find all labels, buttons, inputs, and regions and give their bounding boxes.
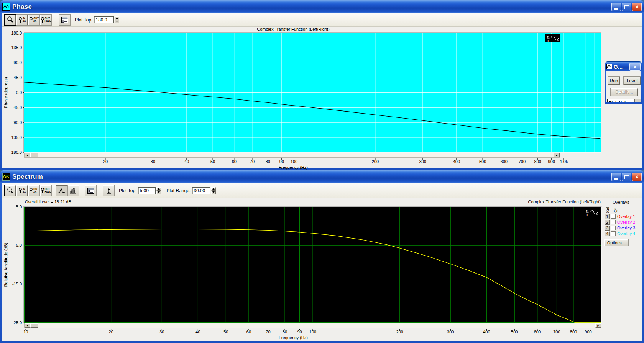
maximize-button[interactable] <box>622 173 631 181</box>
signal-type-dropdown[interactable]: Pink Noise <box>607 99 641 102</box>
overlay-label-2: Overlay 2 <box>617 220 635 224</box>
zoom-button[interactable] <box>5 185 16 196</box>
overlay-on-checkbox-1[interactable] <box>611 214 616 219</box>
line-plot-mode-button[interactable] <box>56 185 67 196</box>
overlays-on-column-label: On <box>614 207 618 212</box>
bar-plot-mode-button[interactable] <box>68 185 79 196</box>
overlay-on-checkbox-2[interactable] <box>611 220 616 224</box>
spectraplus-logo: S T <box>545 34 560 42</box>
spectrum-window: Spectrum × IN2X <box>0 170 644 343</box>
minimize-button[interactable] <box>611 173 621 181</box>
logo-s: S <box>586 209 588 213</box>
down-arrow-icon <box>116 21 118 22</box>
generator-window: Run Level Details... Pink Noise G... × <box>605 61 642 104</box>
up-arrow-icon <box>158 188 160 190</box>
plot-range-input[interactable] <box>192 187 210 194</box>
spinner-up-button[interactable] <box>156 187 161 191</box>
overlay-row: 1 Overlay 1 <box>605 214 635 219</box>
logo-t: T <box>586 213 588 217</box>
spinner-up-button[interactable] <box>211 187 216 191</box>
chevron-down-icon <box>637 102 639 102</box>
overlay-label-3: Overlay 3 <box>617 226 635 230</box>
details-button[interactable]: Details... <box>611 88 638 96</box>
overlay-set-button-3[interactable]: 3 <box>605 226 610 231</box>
plot-options-button[interactable] <box>85 185 96 196</box>
plot-top-input[interactable] <box>138 187 156 194</box>
zoom-in-line2: 2X <box>23 20 26 23</box>
maximize-button[interactable] <box>622 3 631 11</box>
spinner-down-button[interactable] <box>211 191 216 194</box>
plot-top-input[interactable] <box>94 16 114 23</box>
zoom-in-2x-button[interactable]: IN2X <box>16 185 28 196</box>
spectrum-titlebar[interactable]: Spectrum × <box>0 170 644 183</box>
phase-plot-title: Complex Transfer Function (Left/Right) <box>257 27 330 31</box>
signal-type-value: Pink Noise <box>608 101 634 102</box>
properties-dialog-icon <box>87 187 95 194</box>
overlay-set-button-2[interactable]: 2 <box>605 220 610 225</box>
close-button[interactable]: × <box>632 173 642 181</box>
plot-top-label: Plot Top: <box>119 188 136 193</box>
magnifier-icon <box>7 187 14 194</box>
scroll-left-button[interactable]: ◄ <box>25 153 30 157</box>
spectrum-h-scrollbar[interactable]: ◄ ► <box>24 323 601 328</box>
zoom-out-line2: 2X <box>33 20 39 23</box>
run-button[interactable]: Run <box>608 77 620 85</box>
generator-titlebar[interactable]: G... × <box>605 62 642 71</box>
phase-titlebar[interactable]: Phase × <box>0 0 644 13</box>
overlay-options-button[interactable]: Options... <box>604 239 628 246</box>
scroll-right-button[interactable]: ► <box>554 153 560 157</box>
plot-options-button[interactable] <box>59 15 70 25</box>
zoom-out-full-button[interactable]: OUTFULL <box>40 185 51 196</box>
magnifier-small-icon <box>41 188 44 194</box>
spectrum-x-axis-title: Frequency (Hz) <box>279 335 308 340</box>
overlay-set-button-4[interactable]: 4 <box>605 231 610 236</box>
zoom-button[interactable] <box>5 15 16 25</box>
scroll-left-button[interactable]: ◄ <box>25 323 30 328</box>
overlay-label-1: Overlay 1 <box>617 214 635 219</box>
phase-y-axis-title: Phase (degrees) <box>3 77 8 108</box>
dropdown-button[interactable] <box>634 99 641 102</box>
generator-window-icon <box>606 64 612 69</box>
plot-top-spinner <box>156 187 161 194</box>
minimize-button[interactable] <box>611 3 621 11</box>
minimize-icon <box>614 8 618 10</box>
overlay-row: 3 Overlay 3 <box>605 225 635 231</box>
spinner-down-button[interactable] <box>115 20 119 23</box>
desktop: Phase × IN2X <box>0 0 644 343</box>
overlay-on-checkbox-4[interactable] <box>611 231 616 236</box>
magnifier-small-icon <box>29 17 33 23</box>
spectrum-window-body <box>2 183 642 341</box>
overlay-on-checkbox-3[interactable] <box>611 226 616 230</box>
phase-window: Phase × IN2X <box>0 0 644 170</box>
close-icon: × <box>635 174 638 180</box>
scroll-thumb[interactable] <box>30 323 38 328</box>
phase-h-scrollbar[interactable]: ◄ ► <box>24 153 560 158</box>
level-button[interactable]: Level <box>624 77 641 85</box>
zoom-out-2x-button[interactable]: OUT2X <box>28 185 39 196</box>
zoom-out-full-button[interactable]: OUTFULL <box>40 15 51 25</box>
spectrum-window-icon <box>2 173 10 181</box>
close-button[interactable]: × <box>629 63 641 71</box>
magnifier-small-icon <box>18 17 23 23</box>
logo-s: S <box>547 35 549 39</box>
zoom-out-2x-button[interactable]: OUT2X <box>28 15 39 25</box>
zoom-out-line2: 2X <box>33 191 39 193</box>
spinner-up-button[interactable] <box>115 16 119 20</box>
phase-x-axis-title: Frequency (Hz) <box>279 165 308 170</box>
close-icon: × <box>633 64 636 70</box>
close-icon: × <box>635 4 638 10</box>
zoom-in-2x-button[interactable]: IN2X <box>16 15 28 25</box>
plot-top-label: Plot Top: <box>75 17 92 23</box>
scroll-right-button[interactable]: ► <box>595 323 601 328</box>
up-arrow-icon <box>116 17 118 19</box>
spectrum-toolbar: IN2X OUT2X OUTFULL <box>2 183 642 198</box>
overlay-set-button-1[interactable]: 1 <box>605 214 610 219</box>
close-button[interactable]: × <box>632 3 642 11</box>
generator-window-body: Run Level Details... Pink Noise <box>606 71 641 102</box>
magnifier-icon <box>7 16 14 23</box>
vertical-scale-button[interactable] <box>103 185 114 196</box>
scroll-thumb[interactable] <box>30 153 38 157</box>
maximize-icon <box>624 5 629 9</box>
spinner-down-button[interactable] <box>156 191 161 194</box>
overlays-header: Overlays <box>613 200 629 204</box>
